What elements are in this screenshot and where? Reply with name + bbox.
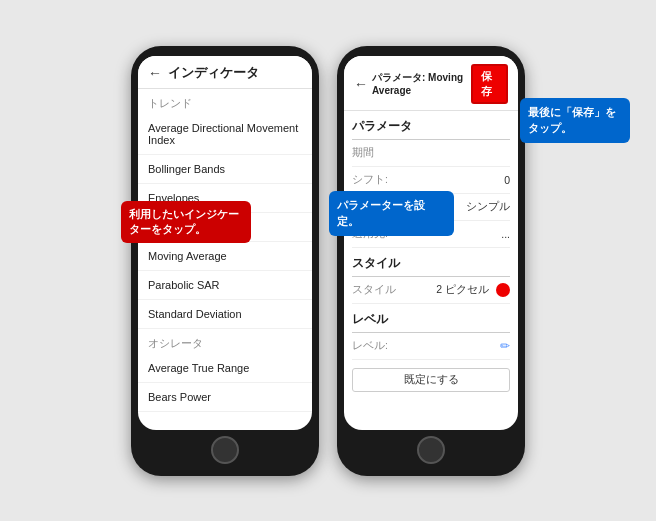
param-value-apply[interactable]: ... xyxy=(501,228,510,240)
default-button[interactable]: 既定にする xyxy=(352,368,510,392)
style-value[interactable]: 2 ピクセル xyxy=(436,283,510,297)
phone-2-title: パラメータ: Moving Average xyxy=(372,71,467,96)
style-color-dot xyxy=(496,283,510,297)
trend-section-label: トレンド xyxy=(138,89,312,114)
list-item-ma[interactable]: Moving Average xyxy=(138,242,312,271)
oscillator-section-label: オシレータ xyxy=(138,329,312,354)
level-label: レベル: xyxy=(352,339,388,353)
phone-1: ← インディケータ トレンド Average Directional Movem… xyxy=(131,46,319,476)
home-button-1[interactable] xyxy=(211,436,239,464)
param-row-period: 期間 xyxy=(352,140,510,167)
list-item-bears[interactable]: Bears Power xyxy=(138,383,312,412)
list-item-psar[interactable]: Parabolic SAR xyxy=(138,271,312,300)
param-label-period: 期間 xyxy=(352,146,374,160)
style-row: スタイル 2 ピクセル xyxy=(352,277,510,304)
phone-2: ← パラメータ: Moving Average 保存 パラメータ 期間 シフト:… xyxy=(337,46,525,476)
style-label: スタイル xyxy=(352,283,396,297)
param-header-left: ← パラメータ: Moving Average xyxy=(354,71,467,96)
phone-1-title: インディケータ xyxy=(168,64,259,82)
phone-2-header: ← パラメータ: Moving Average 保存 xyxy=(344,56,518,111)
list-item-atr[interactable]: Average True Range xyxy=(138,354,312,383)
back-arrow-icon[interactable]: ← xyxy=(148,65,162,81)
save-button[interactable]: 保存 xyxy=(471,64,508,104)
back-arrow-icon-2[interactable]: ← xyxy=(354,76,368,92)
list-item-bb[interactable]: Bollinger Bands xyxy=(138,155,312,184)
annotation-param: パラメーターを設定。 xyxy=(329,191,454,236)
param-value-method[interactable]: シンプル xyxy=(466,200,510,214)
list-item-sd[interactable]: Standard Deviation xyxy=(138,300,312,329)
annotation-tap-indicator: 利用したいインジケーターをタップ。 xyxy=(121,201,251,244)
indicator-list: トレンド Average Directional Movement Index … xyxy=(138,89,312,430)
edit-icon[interactable]: ✏ xyxy=(500,339,510,353)
phone-1-bottom xyxy=(138,430,312,466)
style-section-title: スタイル xyxy=(352,248,510,277)
style-value-text: 2 ピクセル xyxy=(436,283,489,295)
home-button-2[interactable] xyxy=(417,436,445,464)
param-label-shift: シフト: xyxy=(352,173,388,187)
param-row-shift: シフト: 0 xyxy=(352,167,510,194)
level-section-title: レベル xyxy=(352,304,510,333)
annotation-save: 最後に「保存」をタップ。 xyxy=(520,98,630,143)
phone-1-header: ← インディケータ xyxy=(138,56,312,89)
param-value-shift[interactable]: 0 xyxy=(504,174,510,186)
params-content: パラメータ 期間 シフト: 0 メソッド シンプル 適用先: xyxy=(344,111,518,430)
params-section-title: パラメータ xyxy=(352,111,510,140)
phone-2-screen: ← パラメータ: Moving Average 保存 パラメータ 期間 シフト:… xyxy=(344,56,518,430)
list-item-admi[interactable]: Average Directional Movement Index xyxy=(138,114,312,155)
level-row: レベル: ✏ xyxy=(352,333,510,360)
phone-2-bottom xyxy=(344,430,518,466)
